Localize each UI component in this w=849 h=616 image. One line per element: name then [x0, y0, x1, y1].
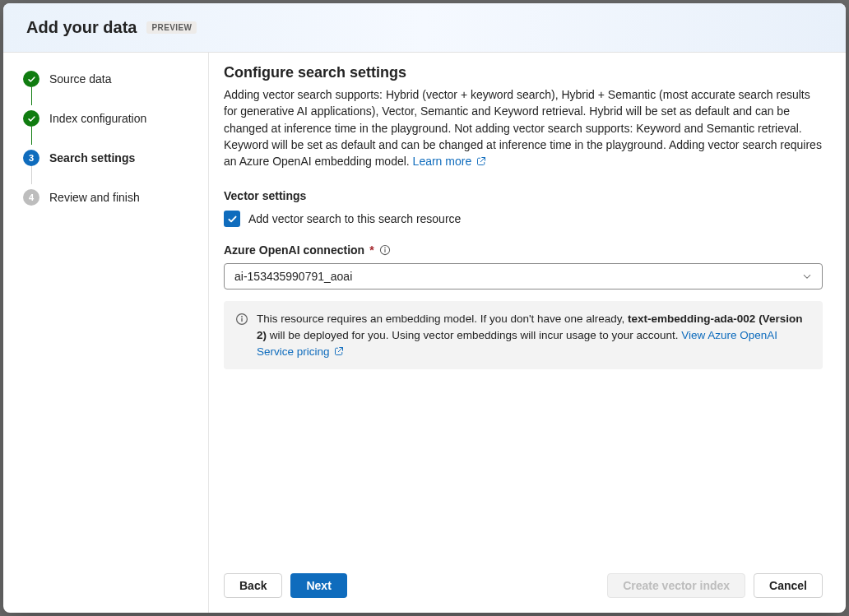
- section-title: Configure search settings: [224, 64, 823, 81]
- checkbox-checked-icon[interactable]: [224, 211, 240, 227]
- step-search-settings[interactable]: 3 Search settings: [23, 146, 200, 169]
- step-source-data[interactable]: Source data: [23, 67, 200, 90]
- learn-more-link[interactable]: Learn more: [413, 155, 486, 168]
- checkmark-icon: [23, 71, 39, 87]
- content-panel: Configure search settings Adding vector …: [209, 53, 846, 613]
- info-icon: [235, 311, 248, 359]
- embedding-info-panel: This resource requires an embedding mode…: [224, 301, 823, 369]
- step-label: Source data: [49, 72, 112, 86]
- required-indicator: *: [369, 243, 373, 257]
- checkbox-label: Add vector search to this search resourc…: [248, 212, 461, 225]
- preview-badge: PREVIEW: [146, 21, 197, 34]
- modal-title: Add your data: [26, 18, 137, 37]
- modal-body: Source data Index configuration 3 Search…: [3, 53, 846, 613]
- modal-header: Add your data PREVIEW: [3, 3, 846, 53]
- add-your-data-modal: Add your data PREVIEW Source data Index …: [3, 3, 846, 613]
- chevron-down-icon: [802, 271, 812, 281]
- section-description: Adding vector search supports: Hybrid (v…: [224, 86, 823, 169]
- back-button[interactable]: Back: [224, 573, 282, 598]
- select-value: ai-153435990791_aoai: [234, 270, 352, 283]
- azure-openai-connection-select[interactable]: ai-153435990791_aoai: [224, 263, 823, 289]
- external-link-icon: [476, 156, 486, 166]
- step-label: Review and finish: [49, 191, 140, 204]
- cancel-button[interactable]: Cancel: [754, 573, 823, 598]
- svg-point-4: [241, 317, 243, 318]
- content-scroll[interactable]: Configure search settings Adding vector …: [224, 64, 823, 560]
- azure-openai-connection-label: Azure OpenAI connection *: [224, 243, 823, 257]
- step-number-icon: 3: [23, 150, 39, 166]
- info-icon[interactable]: [379, 244, 391, 256]
- next-button[interactable]: Next: [290, 573, 346, 598]
- wizard-steps: Source data Index configuration 3 Search…: [3, 53, 209, 613]
- step-label: Index configuration: [49, 112, 146, 125]
- step-review-finish[interactable]: 4 Review and finish: [23, 186, 200, 209]
- step-index-configuration[interactable]: Index configuration: [23, 107, 200, 130]
- checkmark-icon: [23, 110, 39, 127]
- svg-point-1: [384, 248, 386, 249]
- vector-search-checkbox-row[interactable]: Add vector search to this search resourc…: [224, 211, 823, 227]
- create-vector-index-button: Create vector index: [607, 573, 745, 598]
- svg-rect-5: [241, 318, 242, 322]
- vector-settings-label: Vector settings: [224, 189, 823, 202]
- step-number-icon: 4: [23, 189, 39, 206]
- external-link-icon: [334, 346, 344, 356]
- info-text: This resource requires an embedding mode…: [257, 311, 811, 359]
- wizard-footer: Back Next Create vector index Cancel: [224, 560, 823, 598]
- step-label: Search settings: [49, 151, 135, 164]
- svg-rect-2: [384, 249, 385, 252]
